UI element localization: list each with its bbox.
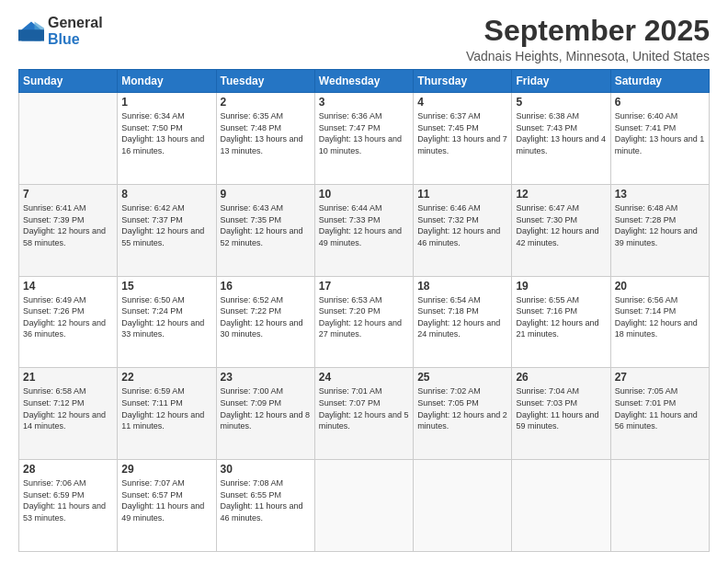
table-row [314,460,413,552]
day-info: Sunrise: 6:46 AMSunset: 7:32 PMDaylight:… [417,202,507,248]
day-number: 5 [516,96,606,109]
table-row: 22Sunrise: 6:59 AMSunset: 7:11 PMDayligh… [118,368,216,460]
day-info: Sunrise: 6:52 AMSunset: 7:22 PMDaylight:… [221,294,311,340]
col-tuesday: Tuesday [216,70,314,93]
table-row: 29Sunrise: 7:07 AMSunset: 6:57 PMDayligh… [118,460,216,552]
day-number: 1 [121,96,211,109]
logo-text: General Blue [48,15,103,47]
table-row: 14Sunrise: 6:49 AMSunset: 7:26 PMDayligh… [19,276,118,368]
day-info: Sunrise: 6:56 AMSunset: 7:14 PMDaylight:… [615,294,705,340]
day-number: 24 [319,371,409,384]
day-info: Sunrise: 6:37 AMSunset: 7:45 PMDaylight:… [417,110,507,156]
table-row: 7Sunrise: 6:41 AMSunset: 7:39 PMDaylight… [19,184,118,276]
table-row: 26Sunrise: 7:04 AMSunset: 7:03 PMDayligh… [512,368,610,460]
day-number: 23 [221,371,311,384]
day-number: 2 [221,96,311,109]
day-info: Sunrise: 6:50 AMSunset: 7:24 PMDaylight:… [121,294,211,340]
table-row: 3Sunrise: 6:36 AMSunset: 7:47 PMDaylight… [314,93,413,185]
day-info: Sunrise: 6:43 AMSunset: 7:35 PMDaylight:… [221,202,311,248]
day-info: Sunrise: 6:38 AMSunset: 7:43 PMDaylight:… [516,110,606,156]
table-row: 9Sunrise: 6:43 AMSunset: 7:35 PMDaylight… [216,184,314,276]
day-number: 18 [417,280,507,293]
day-number: 16 [221,280,311,293]
table-row: 1Sunrise: 6:34 AMSunset: 7:50 PMDaylight… [118,93,216,185]
day-info: Sunrise: 6:54 AMSunset: 7:18 PMDaylight:… [417,294,507,340]
day-info: Sunrise: 7:01 AMSunset: 7:07 PMDaylight:… [319,385,409,431]
col-friday: Friday [512,70,610,93]
day-info: Sunrise: 6:36 AMSunset: 7:47 PMDaylight:… [319,110,409,156]
svg-rect-3 [18,29,44,40]
day-number: 19 [516,280,606,293]
day-info: Sunrise: 7:05 AMSunset: 7:01 PMDaylight:… [615,385,705,431]
table-row: 30Sunrise: 7:08 AMSunset: 6:55 PMDayligh… [216,460,314,552]
day-number: 17 [319,280,409,293]
table-row: 15Sunrise: 6:50 AMSunset: 7:24 PMDayligh… [118,276,216,368]
calendar-table: Sunday Monday Tuesday Wednesday Thursday… [18,69,710,552]
table-row [610,460,709,552]
table-row: 17Sunrise: 6:53 AMSunset: 7:20 PMDayligh… [314,276,413,368]
page: General Blue September 2025 Vadnais Heig… [0,0,728,563]
day-number: 3 [319,96,409,109]
day-number: 21 [23,371,113,384]
day-number: 14 [23,280,113,293]
table-row: 21Sunrise: 6:58 AMSunset: 7:12 PMDayligh… [19,368,118,460]
col-thursday: Thursday [414,70,512,93]
table-row: 19Sunrise: 6:55 AMSunset: 7:16 PMDayligh… [512,276,610,368]
table-row [512,460,610,552]
table-row: 4Sunrise: 6:37 AMSunset: 7:45 PMDaylight… [414,93,512,185]
calendar-week-4: 21Sunrise: 6:58 AMSunset: 7:12 PMDayligh… [19,368,710,460]
day-info: Sunrise: 6:35 AMSunset: 7:48 PMDaylight:… [221,110,311,156]
calendar-week-5: 28Sunrise: 7:06 AMSunset: 6:59 PMDayligh… [19,460,710,552]
header: General Blue September 2025 Vadnais Heig… [18,15,710,63]
day-number: 4 [417,96,507,109]
day-number: 9 [221,188,311,201]
day-info: Sunrise: 6:41 AMSunset: 7:39 PMDaylight:… [23,202,113,248]
day-number: 30 [221,463,311,476]
table-row: 6Sunrise: 6:40 AMSunset: 7:41 PMDaylight… [610,93,709,185]
day-number: 22 [121,371,211,384]
day-number: 13 [615,188,705,201]
day-info: Sunrise: 6:44 AMSunset: 7:33 PMDaylight:… [319,202,409,248]
table-row: 23Sunrise: 7:00 AMSunset: 7:09 PMDayligh… [216,368,314,460]
col-saturday: Saturday [610,70,709,93]
day-info: Sunrise: 7:04 AMSunset: 7:03 PMDaylight:… [516,385,606,431]
day-number: 7 [23,188,113,201]
calendar-week-1: 1Sunrise: 6:34 AMSunset: 7:50 PMDaylight… [19,93,710,185]
table-row: 20Sunrise: 6:56 AMSunset: 7:14 PMDayligh… [610,276,709,368]
table-row [414,460,512,552]
col-monday: Monday [118,70,216,93]
calendar-subtitle: Vadnais Heights, Minnesota, United State… [466,49,710,63]
day-number: 26 [516,371,606,384]
day-info: Sunrise: 6:53 AMSunset: 7:20 PMDaylight:… [319,294,409,340]
col-sunday: Sunday [19,70,118,93]
day-info: Sunrise: 7:08 AMSunset: 6:55 PMDaylight:… [221,477,311,523]
day-info: Sunrise: 6:59 AMSunset: 7:11 PMDaylight:… [121,385,211,431]
header-row: Sunday Monday Tuesday Wednesday Thursday… [19,70,710,93]
logo: General Blue [18,15,103,47]
day-info: Sunrise: 7:06 AMSunset: 6:59 PMDaylight:… [23,477,113,523]
table-row: 24Sunrise: 7:01 AMSunset: 7:07 PMDayligh… [314,368,413,460]
table-row: 27Sunrise: 7:05 AMSunset: 7:01 PMDayligh… [610,368,709,460]
table-row: 28Sunrise: 7:06 AMSunset: 6:59 PMDayligh… [19,460,118,552]
day-number: 8 [121,188,211,201]
day-number: 10 [319,188,409,201]
day-number: 20 [615,280,705,293]
table-row [19,93,118,185]
table-row: 13Sunrise: 6:48 AMSunset: 7:28 PMDayligh… [610,184,709,276]
day-number: 25 [417,371,507,384]
day-number: 28 [23,463,113,476]
day-info: Sunrise: 6:49 AMSunset: 7:26 PMDaylight:… [23,294,113,340]
day-info: Sunrise: 7:07 AMSunset: 6:57 PMDaylight:… [121,477,211,523]
day-number: 12 [516,188,606,201]
table-row: 11Sunrise: 6:46 AMSunset: 7:32 PMDayligh… [414,184,512,276]
table-row: 25Sunrise: 7:02 AMSunset: 7:05 PMDayligh… [414,368,512,460]
day-info: Sunrise: 6:58 AMSunset: 7:12 PMDaylight:… [23,385,113,431]
title-block: September 2025 Vadnais Heights, Minnesot… [466,15,710,63]
day-info: Sunrise: 6:55 AMSunset: 7:16 PMDaylight:… [516,294,606,340]
day-info: Sunrise: 6:42 AMSunset: 7:37 PMDaylight:… [121,202,211,248]
calendar-week-2: 7Sunrise: 6:41 AMSunset: 7:39 PMDaylight… [19,184,710,276]
day-info: Sunrise: 6:47 AMSunset: 7:30 PMDaylight:… [516,202,606,248]
day-number: 11 [417,188,507,201]
calendar-week-3: 14Sunrise: 6:49 AMSunset: 7:26 PMDayligh… [19,276,710,368]
table-row: 2Sunrise: 6:35 AMSunset: 7:48 PMDaylight… [216,93,314,185]
